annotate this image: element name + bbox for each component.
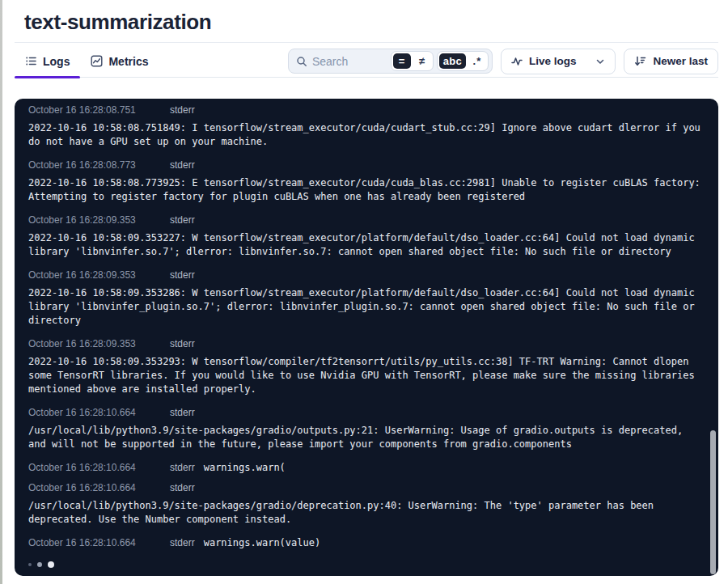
match-mode-toggle-group: = ≠ [391, 51, 434, 71]
log-timestamp: October 16 16:28:10.664 [28, 536, 170, 550]
log-entry-header: October 16 16:28:08.751 stderr [28, 100, 705, 121]
log-message: 2022-10-16 10:58:08.773925: E tensorflow… [28, 176, 705, 204]
regex-toggle[interactable]: .* [468, 53, 486, 69]
log-stream-label: stderr [170, 214, 195, 227]
chart-icon [91, 55, 103, 67]
live-logs-dropdown[interactable]: Live logs [501, 49, 616, 74]
sort-order-label: Newer last [653, 55, 708, 67]
log-entry: October 16 16:28:10.664 stderr warnings.… [28, 533, 705, 553]
log-entry: October 16 16:28:08.751 stderr 2022-10-1… [28, 100, 705, 149]
log-entry: October 16 16:28:09.353 stderr 2022-10-1… [28, 265, 705, 328]
page-title: text-summarization [24, 10, 211, 35]
exact-match-toggle[interactable]: = [393, 53, 411, 69]
log-entry-header: October 16 16:28:10.664 stderr warnings.… [28, 458, 705, 478]
log-timestamp: October 16 16:28:08.751 [28, 104, 170, 117]
log-stream-label: stderr [170, 481, 195, 495]
log-message: /usr/local/lib/python3.9/site-packages/g… [28, 499, 705, 527]
log-stream-label: stderr [170, 337, 195, 351]
log-timestamp: October 16 16:28:10.664 [28, 481, 170, 495]
log-entry: October 16 16:28:08.773 stderr 2022-10-1… [28, 155, 705, 204]
log-entry: October 16 16:28:10.664 stderr /usr/loca… [28, 478, 705, 527]
sort-order-button[interactable]: Newer last [624, 49, 718, 74]
log-stream-label: stderr [170, 159, 195, 172]
log-list: October 16 16:28:08.751 stderr 2022-10-1… [28, 100, 705, 553]
log-entry-header: October 16 16:28:09.353 stderr [28, 265, 705, 286]
log-timestamp: October 16 16:28:09.353 [28, 269, 170, 282]
log-panel[interactable]: October 16 16:28:08.751 stderr 2022-10-1… [15, 99, 718, 576]
live-logs-label: Live logs [529, 55, 577, 67]
log-stream-label: stderr [170, 406, 195, 420]
exclude-match-toggle[interactable]: ≠ [413, 53, 431, 69]
log-entry: October 16 16:28:10.664 stderr /usr/loca… [28, 403, 705, 451]
log-entry-header: October 16 16:28:09.353 stderr [28, 334, 705, 354]
activity-icon [511, 56, 523, 67]
sort-descending-icon [634, 55, 646, 67]
text-mode-toggle-group: abc .* [437, 51, 489, 71]
search-icon [296, 56, 307, 67]
loading-dot [37, 562, 42, 567]
log-stream-label: stderr [170, 104, 195, 117]
log-timestamp: October 16 16:28:10.664 [28, 406, 170, 420]
search-placeholder: Search [312, 55, 387, 68]
loading-dot [48, 561, 54, 568]
window-edge-strip [0, 0, 2, 584]
log-inline-message: warnings.warn( [204, 461, 286, 475]
log-timestamp: October 16 16:28:10.664 [28, 461, 170, 475]
log-entry: October 16 16:28:10.664 stderr warnings.… [28, 458, 705, 478]
toolbar: Logs Metrics Search = ≠ [15, 45, 718, 78]
tab-metrics[interactable]: Metrics [80, 45, 159, 77]
log-message: 2022-10-16 10:58:08.751849: I tensorflow… [28, 121, 705, 149]
log-message: 2022-10-16 10:58:09.353293: W tensorflow… [28, 355, 705, 396]
list-icon [25, 55, 37, 67]
log-stream-label: stderr [170, 536, 195, 550]
log-message: 2022-10-16 10:58:09.353227: W tensorflow… [28, 231, 705, 259]
tab-logs-label: Logs [43, 55, 70, 68]
plain-text-toggle[interactable]: abc [439, 53, 466, 69]
header-divider [15, 42, 718, 43]
log-message: /usr/local/lib/python3.9/site-packages/g… [28, 424, 705, 451]
log-timestamp: October 16 16:28:08.773 [28, 159, 170, 172]
loading-dots [28, 560, 705, 569]
log-inline-message: warnings.warn(value) [204, 536, 321, 550]
log-entry-header: October 16 16:28:09.353 stderr [28, 210, 705, 231]
log-entry-header: October 16 16:28:10.664 stderr [28, 403, 705, 423]
log-entry-header: October 16 16:28:10.664 stderr warnings.… [28, 533, 705, 553]
log-entry-header: October 16 16:28:10.664 stderr [28, 478, 705, 498]
log-timestamp: October 16 16:28:09.353 [28, 214, 170, 227]
log-stream-label: stderr [170, 269, 195, 282]
loading-dot [28, 563, 32, 566]
tab-metrics-label: Metrics [108, 55, 148, 68]
chevron-down-icon [595, 57, 605, 66]
tab-bar: Logs Metrics [15, 45, 159, 77]
log-timestamp: October 16 16:28:09.353 [28, 337, 170, 351]
tab-logs[interactable]: Logs [15, 45, 80, 77]
toolbar-controls: Search = ≠ abc .* Live logs [288, 49, 718, 74]
log-scrollbar-thumb[interactable] [710, 430, 716, 574]
log-stream-label: stderr [170, 461, 195, 475]
log-entry-header: October 16 16:28:08.773 stderr [28, 155, 705, 176]
search-input[interactable]: Search = ≠ abc .* [288, 49, 493, 74]
log-message: 2022-10-16 10:58:09.353286: W tensorflow… [28, 286, 705, 328]
log-entry: October 16 16:28:09.353 stderr 2022-10-1… [28, 210, 705, 259]
log-entry: October 16 16:28:09.353 stderr 2022-10-1… [28, 334, 705, 396]
